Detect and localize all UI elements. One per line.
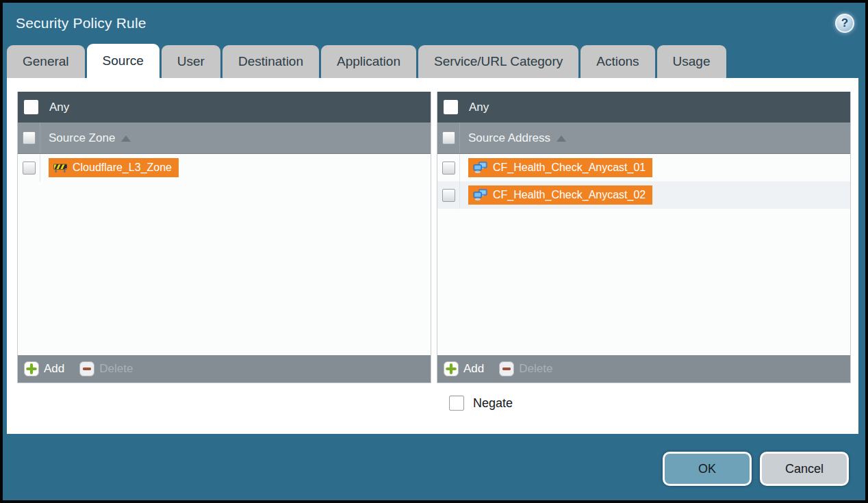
tab-user[interactable]: User — [162, 45, 220, 78]
source-zone-any-label: Any — [49, 101, 69, 114]
row-checkbox-cell — [18, 154, 40, 181]
delete-icon — [499, 361, 514, 376]
zone-name: Cloudflare_L3_Zone — [73, 162, 172, 174]
delete-label: Delete — [519, 362, 552, 376]
address-chip[interactable]: CF_Health_Check_Anycast_02 — [468, 185, 652, 205]
source-address-any-checkbox[interactable] — [444, 100, 458, 114]
row-checkbox[interactable] — [23, 162, 36, 175]
add-address-button[interactable]: Add — [444, 361, 484, 376]
tab-bar: General Source User Destination Applicat… — [3, 44, 865, 78]
dialog-footer: OK Cancel — [3, 434, 865, 500]
address-name: CF_Health_Check_Anycast_02 — [493, 189, 646, 201]
zone-chip[interactable]: Cloudflare_L3_Zone — [49, 158, 179, 177]
screen: Security Policy Rule ? General Source Us… — [0, 0, 868, 503]
row-checkbox-cell — [437, 181, 460, 209]
sort-ascending-icon — [557, 136, 566, 142]
add-label: Add — [463, 362, 484, 376]
title-bar: Security Policy Rule ? — [3, 3, 865, 44]
table-row[interactable]: CF_Health_Check_Anycast_01 — [437, 154, 850, 181]
source-address-toolbar: Add Delete — [437, 355, 850, 383]
delete-icon — [79, 361, 94, 376]
address-chip[interactable]: CF_Health_Check_Anycast_01 — [468, 158, 652, 177]
add-icon — [444, 361, 459, 376]
tab-application[interactable]: Application — [321, 45, 416, 78]
add-zone-button[interactable]: Add — [24, 361, 64, 376]
tab-general[interactable]: General — [7, 45, 85, 78]
row-checkbox[interactable] — [442, 189, 455, 202]
delete-label: Delete — [99, 362, 133, 376]
tab-content-source: Any Source Zone — [7, 78, 858, 434]
add-label: Add — [44, 362, 64, 376]
delete-zone-button[interactable]: Delete — [79, 361, 133, 376]
source-zone-toolbar: Add Delete — [18, 355, 431, 383]
security-policy-rule-dialog: Security Policy Rule ? General Source Us… — [0, 0, 868, 503]
tab-actions[interactable]: Actions — [580, 45, 654, 78]
tab-service-url-category[interactable]: Service/URL Category — [418, 45, 578, 78]
source-zone-column-header[interactable]: Source Zone — [18, 122, 431, 154]
dialog-title: Security Policy Rule — [16, 15, 146, 31]
source-address-column-header[interactable]: Source Address — [437, 122, 850, 154]
address-icon — [473, 162, 487, 174]
sort-ascending-icon — [121, 136, 131, 142]
delete-address-button[interactable]: Delete — [499, 361, 552, 376]
address-name: CF_Health_Check_Anycast_01 — [493, 162, 646, 174]
cancel-button[interactable]: Cancel — [760, 452, 849, 486]
table-row[interactable]: CF_Health_Check_Anycast_02 — [437, 181, 850, 209]
zone-icon — [53, 162, 67, 173]
source-zone-select-all-checkbox[interactable] — [23, 131, 36, 144]
help-icon[interactable]: ? — [835, 14, 854, 33]
source-zone-column-title: Source Zone — [49, 131, 115, 145]
negate-row: Negate — [449, 396, 851, 411]
source-address-panel: Any Source Address — [437, 92, 851, 383]
source-address-any-header: Any — [437, 92, 850, 122]
table-row[interactable]: Cloudflare_L3_Zone — [18, 154, 431, 181]
add-icon — [24, 361, 39, 376]
source-address-any-label: Any — [469, 101, 489, 114]
address-icon — [473, 189, 487, 201]
row-checkbox[interactable] — [442, 162, 455, 175]
negate-checkbox[interactable] — [449, 396, 464, 411]
source-address-select-all-checkbox[interactable] — [442, 131, 455, 144]
negate-label: Negate — [473, 396, 513, 411]
source-zone-any-header: Any — [18, 92, 431, 122]
tab-usage[interactable]: Usage — [657, 45, 726, 78]
tab-source[interactable]: Source — [87, 44, 159, 78]
ok-button[interactable]: OK — [663, 452, 752, 486]
source-address-list: CF_Health_Check_Anycast_01 — [437, 154, 850, 355]
source-zone-panel: Any Source Zone — [17, 92, 431, 383]
source-address-column-title: Source Address — [468, 131, 550, 145]
tab-destination[interactable]: Destination — [222, 45, 319, 78]
source-panels: Any Source Zone — [17, 92, 851, 383]
source-zone-list: Cloudflare_L3_Zone — [18, 154, 431, 355]
source-zone-any-checkbox[interactable] — [24, 100, 38, 114]
source-zone-select-all-cell — [18, 122, 40, 153]
row-checkbox-cell — [437, 154, 460, 181]
source-address-select-all-cell — [437, 122, 460, 153]
